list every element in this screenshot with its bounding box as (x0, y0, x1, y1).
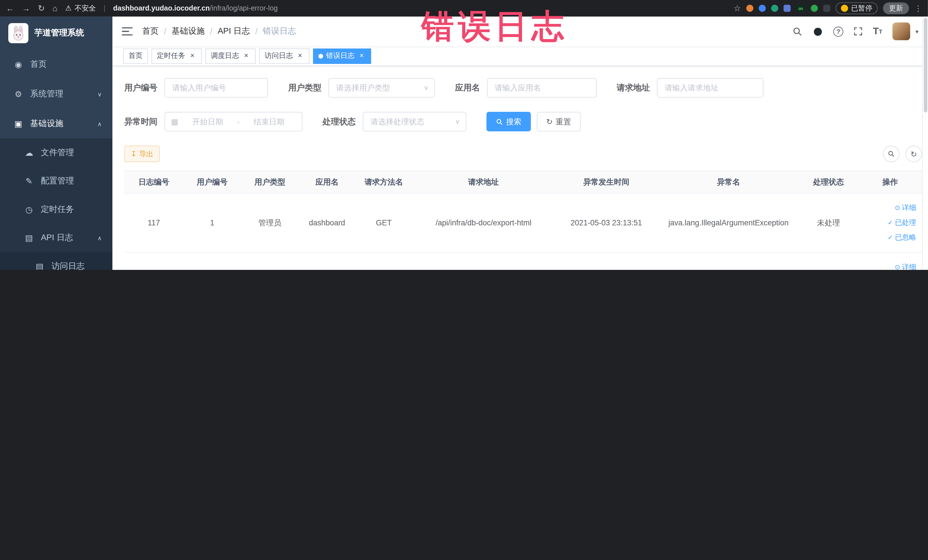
sidebar-item-file-manage[interactable]: ☁ 文件管理 (0, 138, 112, 167)
extension-icon-green[interactable] (811, 5, 818, 12)
refresh-table-button[interactable]: ↻ (905, 145, 922, 162)
breadcrumb-item[interactable]: API 日志 (218, 26, 250, 37)
extension-icon-orange[interactable] (746, 5, 753, 12)
chevron-down-icon: ∨ (424, 84, 429, 92)
page-content: 用户编号 用户类型 ∨ 应用名 (112, 66, 928, 270)
sidebar-item-label: 文件管理 (41, 148, 74, 158)
filter-label: 处理状态 (323, 116, 356, 127)
navbar-actions: ? TT ▾ (792, 23, 928, 40)
chevron-up-icon: ∧ (98, 121, 102, 127)
sidebar-item-config-manage[interactable]: ✎ 配置管理 (0, 167, 112, 195)
cell-exception: java.lang.IllegalArgumentException (658, 193, 799, 252)
reset-button[interactable]: ↻ 重置 (537, 112, 580, 131)
extensions-grid-icon[interactable] (784, 5, 791, 12)
sidebar-item-system[interactable]: ⚙ 系统管理 ∨ (0, 79, 112, 109)
extension-icon-teal[interactable] (771, 5, 778, 12)
sidebar-item-access-log[interactable]: ▤ 访问日志 (0, 252, 112, 270)
reload-icon[interactable]: ↻ (38, 3, 45, 13)
process-status-select[interactable]: ∨ (363, 112, 466, 131)
sidebar-item-label: 首页 (30, 59, 47, 70)
extension-icon-dark[interactable] (823, 5, 830, 12)
security-label: 不安全 (75, 3, 96, 13)
eye-icon: ⊙ (894, 260, 900, 270)
navbar: 首页 / 基础设施 / API 日志 / 错误日志 ? (112, 17, 928, 46)
browser-menu-icon[interactable]: ⋮ (914, 4, 922, 12)
help-icon[interactable]: ? (833, 26, 843, 36)
close-icon[interactable]: × (242, 52, 250, 60)
table-toolbar: ↧ 导出 ↻ (124, 145, 922, 162)
sidebar-item-home[interactable]: ◉ 首页 (0, 50, 112, 79)
url-domain: dashboard.yudao.iocoder.cn (113, 4, 210, 12)
bookmark-star-icon[interactable]: ☆ (733, 3, 741, 13)
monitor-icon: ▣ (12, 119, 25, 128)
address-bar[interactable]: dashboard.yudao.iocoder.cn /infra/log/ap… (113, 4, 278, 12)
app-root: 错误日志 ← → ↻ ⌂ ⚠ 不安全 | dashboard.yudao.ioc… (0, 0, 928, 270)
export-button-label: 导出 (139, 149, 154, 159)
ignored-link[interactable]: ✓已忽略 (860, 230, 916, 245)
breadcrumb-item[interactable]: 首页 (142, 26, 159, 37)
process-status-select-input[interactable] (369, 117, 451, 127)
font-size-icon[interactable]: TT (873, 26, 882, 37)
breadcrumb-item[interactable]: 基础设施 (171, 26, 205, 37)
sidebar-item-api-log[interactable]: ▤ API 日志 ∧ (0, 224, 112, 252)
site-security-chip[interactable]: ⚠ 不安全 (65, 3, 96, 13)
tab-scheduled-jobs[interactable]: 定时任务 × (151, 48, 202, 64)
tab-label: 定时任务 (157, 51, 185, 61)
breadcrumb-current: 错误日志 (263, 26, 296, 37)
page-scrollbar[interactable] (922, 17, 928, 270)
request-url-input[interactable] (664, 83, 757, 93)
cell-exception: java.lang.IllegalArgumentException (658, 252, 799, 270)
tab-schedule-log[interactable]: 调度日志 × (205, 48, 256, 64)
filter-app-name: 应用名 (455, 78, 597, 98)
toggle-search-button[interactable] (883, 145, 899, 162)
user-id-input-wrap (165, 78, 268, 98)
sidebar-item-label: API 日志 (41, 232, 73, 243)
column-header: 日志编号 (124, 171, 183, 193)
search-icon[interactable] (792, 26, 803, 36)
browser-update-button[interactable]: 更新 (883, 2, 909, 14)
close-icon[interactable]: × (296, 52, 304, 60)
chevron-up-icon: ∧ (98, 235, 102, 241)
user-type-select-input[interactable] (335, 83, 420, 93)
tab-home[interactable]: 首页 (123, 48, 148, 64)
sidebar-item-infra[interactable]: ▣ 基础设施 ∧ (0, 109, 112, 139)
extension-icon-blue[interactable] (759, 5, 766, 12)
app-logo[interactable]: 芋道管理系统 (0, 17, 112, 50)
app-name-input[interactable] (493, 83, 590, 93)
check-icon: ✓ (887, 230, 893, 245)
github-icon[interactable] (812, 26, 823, 37)
date-range-separator: - (237, 117, 240, 126)
date-range-picker[interactable]: ▦ 开始日期 - 结束日期 (165, 112, 302, 131)
detail-link[interactable]: ⊙详细 (860, 201, 916, 215)
export-button[interactable]: ↧ 导出 (124, 145, 160, 162)
processed-link[interactable]: ✓已处理 (860, 215, 916, 230)
search-button-label: 搜索 (506, 116, 522, 127)
extension-on-badge[interactable]: on (796, 5, 805, 12)
back-icon[interactable]: ← (6, 3, 14, 13)
user-type-select[interactable]: ∨ (328, 78, 435, 98)
user-id-input[interactable] (171, 83, 262, 93)
filter-exception-time: 异常时间 ▦ 开始日期 - 结束日期 (124, 112, 302, 131)
filter-label: 请求地址 (617, 82, 650, 93)
paused-badge[interactable]: 已暂停 (836, 2, 878, 14)
cell-time: 2021-05-03 23:13:51 (554, 193, 658, 252)
sidebar-item-label: 基础设施 (30, 118, 63, 129)
tab-error-log[interactable]: 错误日志 × (313, 48, 371, 64)
close-icon[interactable]: × (357, 52, 366, 60)
column-header: 应用名 (299, 171, 355, 193)
browser-home-icon[interactable]: ⌂ (52, 3, 58, 13)
forward-icon[interactable]: → (22, 3, 30, 13)
detail-link[interactable]: ⊙详细 (860, 260, 916, 270)
cell-status: 未处理 (799, 252, 858, 270)
close-icon[interactable]: × (188, 52, 197, 60)
browser-actions: ☆ on 已暂停 更新 ⋮ (733, 2, 922, 14)
sidebar-item-scheduled-jobs[interactable]: ◷ 定时任务 (0, 195, 112, 224)
fullscreen-icon[interactable] (853, 26, 863, 36)
search-button[interactable]: 搜索 (486, 112, 531, 131)
scrollbar-thumb[interactable] (924, 18, 927, 112)
avatar-caret-icon[interactable]: ▾ (916, 28, 918, 35)
avatar[interactable] (892, 23, 910, 40)
app-name-input-wrap (487, 78, 597, 98)
tab-access-log[interactable]: 访问日志 × (259, 48, 310, 64)
sidebar-toggle-icon[interactable] (112, 27, 142, 35)
